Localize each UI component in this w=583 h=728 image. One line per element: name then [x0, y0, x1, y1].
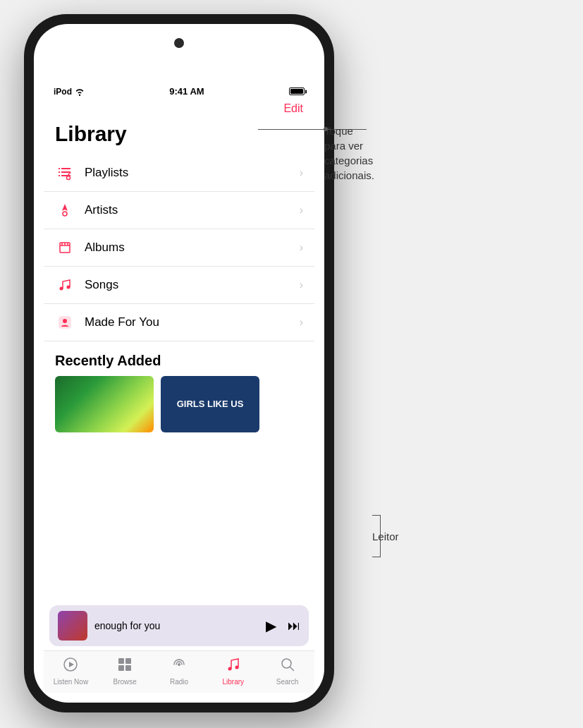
tab-library[interactable]: Library — [206, 651, 260, 693]
search-icon — [280, 657, 295, 676]
tab-listen-now[interactable]: Listen Now — [44, 651, 98, 693]
album-thumbnail-1[interactable] — [55, 376, 154, 432]
front-camera — [174, 38, 184, 48]
svg-rect-22 — [125, 665, 131, 671]
svg-point-14 — [67, 286, 70, 289]
library-item-artists[interactable]: Artists › — [44, 192, 314, 229]
album-2-text: GIRLS LIKE US — [177, 399, 244, 410]
svg-point-24 — [228, 667, 231, 671]
svg-point-16 — [63, 319, 67, 323]
svg-point-7 — [63, 212, 67, 216]
radio-icon — [171, 657, 187, 676]
svg-rect-0 — [59, 168, 60, 169]
tab-radio-label: Radio — [170, 678, 188, 686]
mini-player[interactable]: enough for you ▶ ⏭ — [49, 605, 309, 646]
browse-icon — [117, 657, 133, 676]
wifi-icon — [75, 87, 85, 96]
mini-player-controls: ▶ ⏭ — [266, 619, 300, 633]
tab-listen-now-label: Listen Now — [54, 678, 88, 686]
edit-annotation-line — [258, 129, 325, 130]
carrier-label: iPod — [54, 87, 72, 97]
mini-player-artwork — [58, 611, 87, 641]
library-list: Playlists › Artists › — [44, 154, 314, 601]
mini-player-song-title: enough for you — [94, 620, 266, 631]
made-for-you-chevron: › — [300, 316, 303, 329]
recently-added-title: Recently Added — [44, 341, 314, 376]
playlists-label: Playlists — [85, 166, 300, 180]
artists-chevron: › — [300, 204, 303, 217]
library-item-playlists[interactable]: Playlists › — [44, 154, 314, 192]
leitor-annotation: Leitor — [372, 529, 399, 544]
tab-library-label: Library — [223, 678, 245, 686]
edit-annotation-dot — [324, 127, 328, 131]
svg-line-27 — [290, 667, 293, 671]
songs-chevron: › — [300, 279, 303, 291]
svg-point-13 — [60, 287, 63, 291]
scene: iPod 9:41 AM — [0, 0, 583, 728]
svg-point-6 — [67, 176, 70, 180]
albums-icon — [55, 238, 75, 257]
svg-rect-21 — [118, 665, 124, 671]
made-for-you-icon — [55, 313, 75, 332]
tab-bar: Listen Now Browse — [44, 650, 314, 693]
recently-added-row: GIRLS LIKE US — [44, 376, 314, 432]
svg-rect-4 — [59, 175, 60, 176]
tab-search[interactable]: Search — [260, 651, 314, 693]
library-item-made-for-you[interactable]: Made For You › — [44, 304, 314, 341]
device-screen: iPod 9:41 AM — [34, 24, 324, 703]
header: Edit — [44, 99, 314, 121]
songs-label: Songs — [85, 278, 300, 292]
svg-rect-20 — [125, 658, 131, 664]
album-thumbnail-2[interactable]: GIRLS LIKE US — [161, 376, 259, 432]
albums-label: Albums — [85, 241, 300, 255]
library-item-songs[interactable]: Songs › — [44, 267, 314, 304]
tab-browse-label: Browse — [113, 678, 137, 686]
library-music-icon — [226, 657, 241, 676]
svg-rect-2 — [59, 171, 60, 173]
artists-icon — [55, 200, 75, 220]
ipod-device: iPod 9:41 AM — [24, 14, 334, 712]
forward-button[interactable]: ⏭ — [288, 619, 300, 632]
edit-button[interactable]: Edit — [283, 102, 303, 115]
artists-label: Artists — [85, 203, 300, 217]
library-item-albums[interactable]: Albums › — [44, 229, 314, 267]
playlists-chevron: › — [300, 166, 303, 179]
status-right — [289, 87, 305, 95]
status-left: iPod — [54, 87, 85, 97]
tab-radio[interactable]: Radio — [152, 651, 207, 693]
listen-now-icon — [63, 657, 78, 676]
songs-icon — [55, 275, 75, 295]
tab-search-label: Search — [276, 678, 299, 686]
play-button[interactable]: ▶ — [266, 619, 276, 633]
svg-rect-19 — [118, 658, 124, 664]
svg-point-23 — [178, 663, 180, 666]
battery-fill — [290, 89, 303, 94]
status-bar: iPod 9:41 AM — [44, 80, 314, 99]
battery-icon — [289, 87, 305, 95]
tab-browse[interactable]: Browse — [98, 651, 152, 693]
screen-content: iPod 9:41 AM — [44, 80, 314, 693]
svg-point-25 — [235, 666, 238, 669]
artwork-image — [58, 611, 87, 641]
made-for-you-label: Made For You — [85, 315, 300, 329]
playlists-icon — [55, 163, 75, 183]
status-time: 9:41 AM — [169, 86, 204, 97]
page-title: Library — [44, 121, 314, 154]
albums-chevron: › — [300, 241, 303, 254]
svg-marker-18 — [69, 662, 74, 667]
edit-annotation: Toque para ver categorias adicionais. — [324, 123, 374, 183]
